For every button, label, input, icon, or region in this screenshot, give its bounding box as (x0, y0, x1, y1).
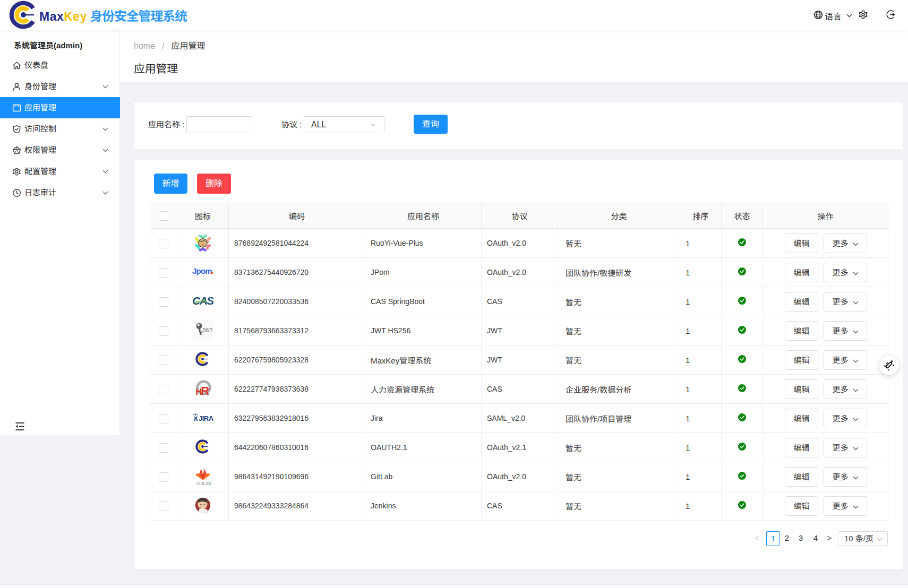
svg-text:JIRA: JIRA (199, 414, 214, 422)
svg-text:JWT: JWT (202, 327, 213, 333)
svg-text:GitLab: GitLab (196, 480, 211, 486)
svg-text:Jpom: Jpom (192, 266, 212, 275)
svg-text:R: R (201, 384, 209, 397)
